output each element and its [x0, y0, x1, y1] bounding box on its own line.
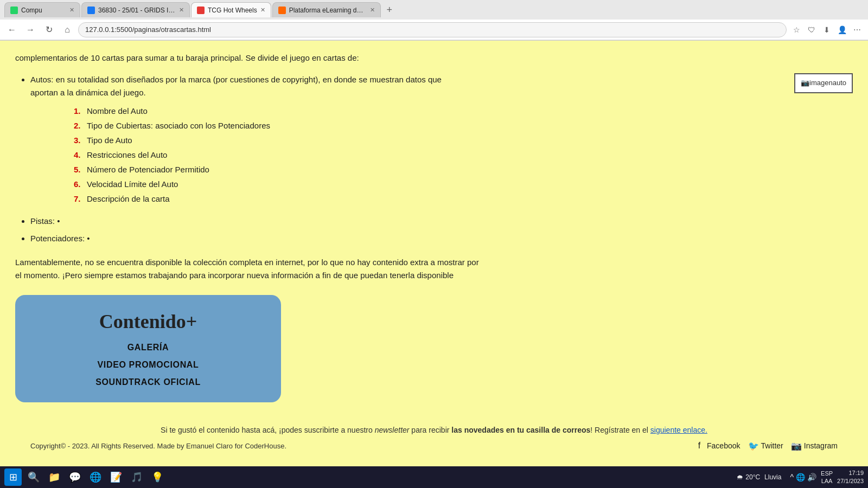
contenido-box: Contenido+ GALERÍAVIDEO PROMOCIONALSOUND… [15, 295, 281, 402]
home-button[interactable]: ⌂ [60, 22, 75, 37]
newsletter-text-3: ! Regístrate en el [590, 426, 650, 434]
tab-bar: Compu ✕ 36830 - 25/01 - GRIDS II - Zoom … [0, 0, 868, 20]
tab-label-hotwheels: TCG Hot Wheels [208, 7, 257, 14]
tab-close-coderhouse[interactable]: ✕ [370, 7, 375, 14]
new-tab-button[interactable]: + [382, 2, 397, 17]
social-instagram[interactable]: 📷Instagram [791, 440, 838, 451]
tab-coderhouse[interactable]: Plataforma eLearning de Coderh... ✕ [272, 2, 381, 17]
contenido-title: Contenido+ [26, 310, 270, 333]
numbered-list: 1.Nombre del Auto2.Tipo de Cubiertas: as… [30, 104, 853, 206]
search-taskbar-icon[interactable]: 🔍 [25, 468, 42, 486]
tray-expand-icon[interactable]: ^ [790, 473, 794, 481]
item-text: Nombre del Auto [87, 104, 148, 118]
weather-temp: 20°C [745, 473, 760, 481]
forward-button[interactable]: → [23, 22, 38, 37]
item-number: 4. [74, 147, 84, 162]
item-number: 1. [74, 104, 84, 118]
numbered-list-item: 5.Número de Potenciador Permitido [74, 162, 853, 177]
item-number: 3. [74, 133, 84, 147]
tab-zoom[interactable]: 36830 - 25/01 - GRIDS II - Zoom ✕ [81, 2, 190, 17]
pistas-list-item: Pistas: • [30, 215, 853, 228]
lament-text: Lamentablemente, no se encuentra disponi… [15, 256, 853, 282]
tab-favicon-hotwheels [197, 7, 205, 14]
social-facebook[interactable]: fFacebook [694, 440, 740, 451]
tab-close-hotwheels[interactable]: ✕ [260, 7, 265, 14]
newsletter-text-1: Si te gustó el contenido hasta acá, ¡pod… [161, 426, 375, 434]
social-label: Facebook [707, 441, 740, 450]
tab-label-compu: Compu [21, 7, 66, 14]
whatsapp-taskbar-icon[interactable]: 💬 [66, 468, 84, 486]
newsletter-link[interactable]: siguiente enlace. [650, 426, 707, 434]
contenido-link-item[interactable]: GALERÍA [26, 343, 270, 352]
newsletter-bold: las novedades en tu casilla de correos [451, 426, 590, 434]
start-button[interactable]: ⊞ [4, 468, 22, 486]
weather-icon: 🌧 [737, 473, 743, 481]
tray-icons: ^ 🌐 🔊 [790, 473, 816, 481]
autos-list-item: Autos: en su totalidad son diseñados por… [30, 73, 853, 206]
instagram-icon: 📷 [791, 440, 802, 451]
tray-date: 27/1/2023 [837, 477, 864, 485]
menu-button[interactable]: ⋯ [851, 23, 864, 36]
imagenauto-placeholder: 📷imagenauto [794, 73, 853, 93]
numbered-list-item: 2.Tipo de Cubiertas: asociado con los Po… [74, 118, 853, 133]
social-twitter[interactable]: 🐦Twitter [748, 440, 783, 451]
tab-favicon-zoom [87, 7, 95, 14]
contenido-link-item[interactable]: VIDEO PROMOCIONAL [26, 360, 270, 370]
contenido-links: GALERÍAVIDEO PROMOCIONALSOUNDTRACK OFICI… [26, 343, 270, 387]
copyright-text: Copyright© - 2023. All Rights Reserved. … [30, 442, 286, 450]
tray-language[interactable]: ESPLAA [821, 470, 833, 485]
potenciadores-label: Potenciadores: [30, 234, 87, 243]
edge-taskbar-icon[interactable]: 🌐 [87, 468, 104, 486]
tab-compu[interactable]: Compu ✕ [4, 2, 80, 17]
tray-volume-icon[interactable]: 🔊 [807, 473, 816, 481]
pistas-bullet: • [57, 216, 60, 226]
intro-text: complementarios de 10 cartas para sumar … [15, 52, 853, 65]
facebook-icon: f [694, 440, 705, 451]
item-text: Restricciones del Auto [87, 147, 167, 162]
app3-taskbar-icon[interactable]: 💡 [149, 468, 166, 486]
footer-newsletter: Si te gustó el contenido hasta acá, ¡pod… [30, 424, 838, 436]
reload-button[interactable]: ↻ [41, 22, 56, 37]
numbered-list-item: 6.Velocidad Límite del Auto [74, 177, 853, 191]
tab-label-coderhouse: Plataforma eLearning de Coderh... [289, 7, 367, 14]
url-input[interactable]: 127.0.0.1:5500/paginas/otrascartas.html [78, 22, 787, 37]
tray-time: 17:19 [837, 469, 864, 477]
lament-line2: el momento. ¡Pero siempre estamos trabaj… [15, 271, 454, 280]
back-button[interactable]: ← [4, 22, 20, 37]
autos-text: Autos: en su totalidad son diseñados por… [30, 73, 783, 99]
numbered-list-item: 7.Descripción de la carta [74, 191, 853, 206]
tab-close-compu[interactable]: ✕ [69, 7, 74, 14]
taskbar: ⊞ 🔍 📁 💬 🌐 📝 🎵 💡 🌧 20°C Lluvia ^ 🌐 🔊 ESPL… [0, 466, 868, 488]
tray-weather: 🌧 20°C Lluvia [737, 473, 781, 481]
files-taskbar-icon[interactable]: 📁 [46, 468, 63, 486]
autos-section: Autos: en su totalidad son diseñados por… [30, 73, 853, 99]
pistas-label: Pistas: [30, 216, 57, 226]
app2-taskbar-icon[interactable]: 🎵 [128, 468, 145, 486]
autos-text-line1: Autos: en su totalidad son diseñados por… [30, 75, 442, 84]
star-icon[interactable]: ☆ [790, 23, 803, 36]
item-text: Tipo de Auto [87, 133, 132, 147]
item-number: 2. [74, 118, 84, 133]
weather-desc: Lluvia [764, 473, 781, 481]
shield-icon[interactable]: 🛡 [805, 23, 818, 36]
taskbar-tray: 🌧 20°C Lluvia ^ 🌐 🔊 ESPLAA 17:19 27/1/20… [737, 469, 864, 486]
item-number: 7. [74, 191, 84, 206]
contenido-link-item[interactable]: SOUNDTRACK OFICIAL [26, 377, 270, 387]
footer: Si te gustó el contenido hasta acá, ¡pod… [15, 418, 853, 457]
autos-text-line2: aportan a la dinámica del juego. [30, 88, 146, 97]
address-icons: ☆ 🛡 ⬇ 👤 ⋯ [790, 23, 864, 36]
person-icon[interactable]: 👤 [835, 23, 848, 36]
footer-social: fFacebook🐦Twitter📷Instagram [694, 440, 838, 451]
url-text: 127.0.0.1:5500/paginas/otrascartas.html [85, 25, 211, 34]
app1-taskbar-icon[interactable]: 📝 [107, 468, 125, 486]
tray-network-icon[interactable]: 🌐 [796, 473, 805, 481]
newsletter-italic: newsletter [375, 426, 410, 434]
download-icon[interactable]: ⬇ [820, 23, 833, 36]
tray-datetime[interactable]: 17:19 27/1/2023 [837, 469, 864, 486]
tab-hotwheels[interactable]: TCG Hot Wheels ✕ [191, 2, 271, 17]
item-text: Tipo de Cubiertas: asociado con los Pote… [87, 118, 270, 133]
tab-close-zoom[interactable]: ✕ [179, 7, 184, 14]
numbered-list-item: 3.Tipo de Auto [74, 133, 853, 147]
tab-favicon-coderhouse [278, 7, 286, 14]
newsletter-text-2: para recibir [409, 426, 451, 434]
